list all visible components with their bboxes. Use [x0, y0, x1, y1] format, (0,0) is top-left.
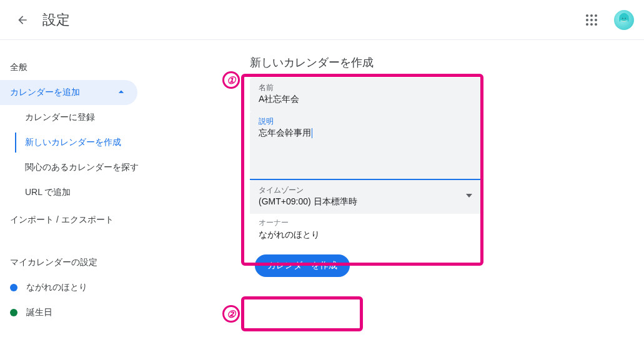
sidebar-item-add-calendar[interactable]: カレンダーを追加 [0, 80, 137, 105]
owner-block: オーナー ながれのほとり [250, 218, 481, 241]
sidebar-item-general[interactable]: 全般 [0, 55, 162, 80]
sidebar-item-create-new[interactable]: 新しいカレンダーを作成 [0, 130, 162, 155]
description-value: 忘年会幹事用 [259, 128, 472, 139]
sidebar-item-label: カレンダーを追加 [10, 87, 80, 98]
svg-point-1 [622, 18, 623, 19]
create-calendar-button[interactable]: カレンダーを作成 [255, 254, 350, 277]
color-dot-icon [10, 284, 17, 291]
sidebar-section-my-calendars: マイカレンダーの設定 [0, 250, 162, 275]
header-right [579, 8, 634, 33]
chevron-up-icon [115, 86, 127, 100]
avatar-icon [615, 11, 633, 29]
timezone-value: (GMT+09:00) 日本標準時 [259, 196, 466, 208]
page-title: 設定 [42, 11, 70, 29]
name-label: 名前 [259, 83, 472, 93]
sidebar-item-url-add[interactable]: URL で追加 [0, 180, 162, 205]
sidebar-item-browse[interactable]: 関心のあるカレンダーを探す [0, 155, 162, 180]
text-caret-icon [312, 128, 312, 138]
body: 全般 カレンダーを追加 カレンダーに登録 新しいカレンダーを作成 関心のあるカレ… [0, 40, 644, 342]
header: 設定 [0, 0, 644, 40]
sidebar-calendar-primary[interactable]: ながれのほとり [0, 275, 162, 300]
name-field[interactable]: 名前 A社忘年会 [250, 78, 481, 111]
form-heading: 新しいカレンダーを作成 [250, 55, 481, 70]
svg-point-2 [625, 18, 626, 19]
form-column: 新しいカレンダーを作成 名前 A社忘年会 説明 忘年会幹事用 タイムゾーン (G… [250, 55, 481, 277]
sidebar-item-label: ながれのほとり [26, 282, 87, 293]
apps-button[interactable] [579, 8, 604, 33]
owner-value: ながれのほとり [259, 229, 481, 241]
owner-label: オーナー [259, 218, 481, 228]
dropdown-caret-icon [466, 185, 472, 201]
sidebar: 全般 カレンダーを追加 カレンダーに登録 新しいカレンダーを作成 関心のあるカレ… [0, 40, 162, 342]
sidebar-calendar-birthdays[interactable]: 誕生日 [0, 300, 162, 325]
apps-icon [586, 14, 597, 26]
color-dot-icon [10, 309, 17, 316]
sidebar-item-import-export[interactable]: インポート / エクスポート [0, 208, 162, 233]
back-button[interactable] [10, 8, 35, 33]
annotation-badge-2: ② [222, 305, 240, 323]
description-label: 説明 [259, 116, 472, 126]
sidebar-item-label: 誕生日 [26, 307, 52, 318]
main: ① ② 新しいカレンダーを作成 名前 A社忘年会 説明 忘年会幹事用 タイムゾー… [162, 40, 644, 342]
annotation-badge-1: ① [222, 71, 240, 89]
timezone-field[interactable]: タイムゾーン (GMT+09:00) 日本標準時 [250, 180, 481, 214]
sidebar-item-subscribe[interactable]: カレンダーに登録 [0, 105, 162, 130]
timezone-label: タイムゾーン [259, 185, 466, 195]
arrow-left-icon [16, 14, 29, 26]
name-value: A社忘年会 [259, 94, 472, 105]
description-field[interactable]: 説明 忘年会幹事用 [250, 111, 481, 180]
avatar[interactable] [614, 10, 634, 30]
annotation-highlight-2 [241, 296, 363, 331]
